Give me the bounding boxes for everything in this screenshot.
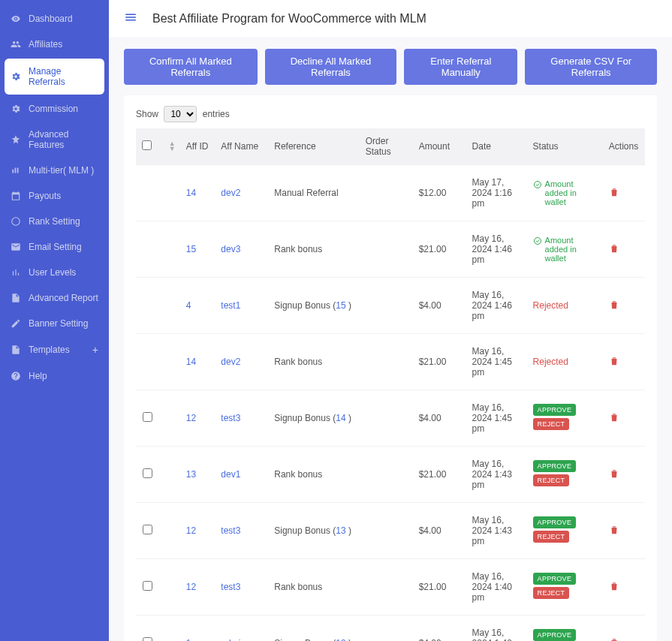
affid-link[interactable]: 14 bbox=[186, 188, 196, 198]
affname-link[interactable]: dev2 bbox=[221, 357, 240, 367]
reject-button[interactable]: REJECT bbox=[533, 474, 570, 486]
delete-icon[interactable] bbox=[609, 302, 619, 312]
approve-button[interactable]: APPROVE bbox=[533, 516, 577, 528]
menu-toggle-icon[interactable] bbox=[124, 11, 137, 26]
check-circle-icon bbox=[533, 179, 545, 191]
col-orderstatus[interactable]: Order Status bbox=[360, 128, 413, 165]
date-cell: May 16, 2024 1:45 pm bbox=[466, 334, 527, 390]
affname-link[interactable]: test3 bbox=[221, 525, 240, 536]
sidebar-item-advanced-report[interactable]: Advanced Report bbox=[0, 285, 109, 311]
row-checkbox[interactable] bbox=[143, 581, 152, 591]
reject-button[interactable]: REJECT bbox=[533, 587, 570, 599]
reference-link[interactable]: 13 bbox=[336, 525, 345, 536]
affid-link[interactable]: 12 bbox=[186, 413, 196, 423]
affname-link[interactable]: dev3 bbox=[221, 244, 240, 254]
affid-link[interactable]: 15 bbox=[186, 244, 196, 254]
sidebar-item-label: Dashboard bbox=[29, 14, 73, 24]
delete-icon[interactable] bbox=[609, 189, 619, 200]
amount-cell: $21.00 bbox=[413, 221, 466, 278]
affid-link[interactable]: 12 bbox=[186, 525, 196, 536]
reject-button[interactable]: REJECT bbox=[533, 418, 570, 430]
reference-cell: Rank bonus bbox=[268, 221, 360, 278]
generate-csv-button[interactable]: Generate CSV For Referrals bbox=[525, 49, 657, 85]
table-row: 14dev2Manual Referral$12.00May 17, 2024 … bbox=[136, 165, 645, 221]
row-checkbox[interactable] bbox=[143, 412, 152, 422]
affid-link[interactable]: 14 bbox=[186, 357, 196, 367]
sidebar-item-commission[interactable]: Commission bbox=[0, 96, 109, 122]
reference-cell: Signup Bonus (13 ) bbox=[268, 503, 360, 559]
sidebar-item-manage-referrals[interactable]: Manage Referrals bbox=[5, 59, 104, 95]
affid-link[interactable]: 13 bbox=[186, 469, 196, 480]
orderstatus-cell bbox=[360, 615, 413, 642]
delete-icon[interactable] bbox=[609, 245, 619, 256]
table-panel: Show 10 entries ▲▼ Aff ID Aff Name Refer… bbox=[124, 95, 657, 641]
orderstatus-cell bbox=[360, 278, 413, 334]
approve-button[interactable]: APPROVE bbox=[533, 404, 577, 416]
sort-arrows-icon: ▲▼ bbox=[169, 141, 176, 152]
col-affid[interactable]: Aff ID bbox=[180, 128, 215, 165]
sidebar-item-banner-setting[interactable]: Banner Setting bbox=[0, 311, 109, 336]
reference-link[interactable]: 12 bbox=[336, 638, 345, 641]
reference-link[interactable]: 14 bbox=[336, 413, 345, 423]
sidebar-item-multi-tier-mlm-[interactable]: Multi-tier( MLM ) bbox=[0, 158, 109, 183]
row-checkbox[interactable] bbox=[143, 637, 152, 641]
col-amount[interactable]: Amount bbox=[413, 128, 466, 165]
confirm-all-button[interactable]: Confirm All Marked Referrals bbox=[124, 49, 258, 85]
affname-link[interactable]: admin bbox=[221, 638, 246, 641]
sidebar-item-rank-setting[interactable]: Rank Setting bbox=[0, 209, 109, 234]
row-checkbox[interactable] bbox=[143, 468, 152, 478]
col-date[interactable]: Date bbox=[466, 128, 527, 165]
delete-icon[interactable] bbox=[609, 583, 619, 594]
amount-cell: $21.00 bbox=[413, 447, 466, 503]
col-affname[interactable]: Aff Name bbox=[215, 128, 268, 165]
col-reference[interactable]: Reference bbox=[268, 128, 360, 165]
entries-select[interactable]: 10 bbox=[164, 106, 197, 122]
affname-link[interactable]: test3 bbox=[221, 582, 240, 592]
reference-cell: Signup Bonus (14 ) bbox=[268, 390, 360, 447]
status-rejected: Rejected bbox=[533, 357, 568, 367]
sidebar-item-dashboard[interactable]: Dashboard bbox=[0, 6, 109, 32]
approve-button[interactable]: APPROVE bbox=[533, 460, 577, 472]
reference-cell: Signup Bonus (12 ) bbox=[268, 615, 360, 642]
delete-icon[interactable] bbox=[609, 527, 619, 537]
reference-link[interactable]: 15 bbox=[336, 300, 345, 311]
affname-link[interactable]: dev1 bbox=[221, 469, 240, 480]
affid-link[interactable]: 1 bbox=[186, 638, 191, 641]
delete-icon[interactable] bbox=[609, 414, 619, 425]
reject-button[interactable]: REJECT bbox=[533, 531, 570, 543]
col-status[interactable]: Status bbox=[527, 128, 603, 165]
sidebar-item-templates[interactable]: Templates+ bbox=[0, 336, 109, 363]
select-all-checkbox[interactable] bbox=[142, 140, 152, 150]
sidebar-item-email-setting[interactable]: Email Setting bbox=[0, 234, 109, 260]
amount-cell: $4.00 bbox=[413, 503, 466, 559]
date-cell: May 16, 2024 1:46 pm bbox=[466, 221, 527, 278]
affname-link[interactable]: dev2 bbox=[221, 188, 240, 198]
col-sort[interactable]: ▲▼ bbox=[158, 128, 179, 165]
approve-button[interactable]: APPROVE bbox=[533, 573, 577, 585]
approve-button[interactable]: APPROVE bbox=[533, 629, 577, 641]
reference-cell: Rank bonus bbox=[268, 447, 360, 503]
date-cell: May 16, 2024 1:46 pm bbox=[466, 278, 527, 334]
affname-link[interactable]: test3 bbox=[221, 413, 240, 423]
date-cell: May 16, 2024 1:40 pm bbox=[466, 559, 527, 615]
reference-cell: Rank bonus bbox=[268, 334, 360, 390]
affname-link[interactable]: test1 bbox=[221, 300, 240, 311]
sidebar-item-help[interactable]: Help bbox=[0, 363, 109, 389]
affid-link[interactable]: 4 bbox=[186, 300, 191, 311]
affid-link[interactable]: 12 bbox=[186, 582, 196, 592]
status-rejected: Rejected bbox=[533, 300, 568, 311]
delete-icon[interactable] bbox=[609, 471, 619, 481]
orderstatus-cell bbox=[360, 390, 413, 447]
decline-all-button[interactable]: Decline All Marked Referrals bbox=[265, 49, 397, 85]
enter-manual-button[interactable]: Enter Referral Manually bbox=[404, 49, 517, 85]
row-checkbox[interactable] bbox=[143, 525, 152, 534]
sidebar-item-payouts[interactable]: Payouts bbox=[0, 183, 109, 209]
sidebar-item-user-levels[interactable]: User Levels bbox=[0, 260, 109, 285]
sidebar-item-advanced-features[interactable]: Advanced Features bbox=[0, 122, 109, 158]
delete-icon[interactable] bbox=[609, 358, 619, 369]
sidebar-item-label: Affiliates bbox=[29, 39, 62, 50]
sidebar-item-affiliates[interactable]: Affiliates bbox=[0, 32, 109, 57]
table-row: 1adminSignup Bonus (12 )$4.00May 16, 202… bbox=[136, 615, 645, 642]
table-row: 12test3Signup Bonus (13 )$4.00May 16, 20… bbox=[136, 503, 645, 559]
sidebar-item-label: User Levels bbox=[29, 267, 76, 278]
